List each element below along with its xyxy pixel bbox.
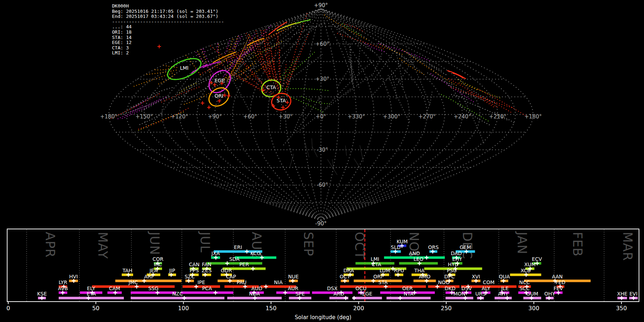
x-axis-title: Solar longitude (deg) bbox=[295, 314, 351, 321]
lon-label: +150° bbox=[135, 113, 153, 120]
peak-marker-IPE bbox=[194, 285, 198, 289]
lon-label: +270° bbox=[418, 113, 436, 120]
shower-label-LUM: LUM bbox=[380, 268, 390, 273]
shower-label-IPE: IPE bbox=[197, 279, 205, 285]
shower-label-ERI: ERI bbox=[234, 244, 242, 250]
shower-label-DRA: DRA bbox=[343, 268, 354, 273]
shower-label-JLE: JLE bbox=[501, 286, 509, 291]
peak-marker-SPE bbox=[298, 296, 302, 300]
shower-label-EGE: EGE bbox=[362, 291, 372, 297]
lon-label: +180° bbox=[525, 113, 542, 120]
shower-bar-ARI bbox=[115, 280, 181, 282]
peak-marker-ORS bbox=[431, 250, 435, 254]
shower-bar-AUR bbox=[276, 292, 310, 294]
peak-marker-ECV bbox=[535, 262, 539, 265]
month-label-APR: APR bbox=[43, 232, 57, 258]
peak-marker-PAU bbox=[243, 285, 247, 289]
shower-label-FAN: FAN bbox=[202, 262, 211, 267]
shower-bar-MON bbox=[445, 297, 473, 299]
peak-marker-LEO bbox=[418, 262, 421, 265]
peak-marker-MON bbox=[463, 296, 467, 300]
shower-label-AND: AND bbox=[409, 250, 420, 256]
shower-label-ZCS: ZCS bbox=[201, 268, 211, 273]
meteor-summary-screen: LMIEGEORICTASTA+180°+150°+120°+90°+60°+3… bbox=[0, 0, 644, 322]
shower-label-ARD: ARD bbox=[333, 291, 344, 297]
radiant-label-LMI: LMI bbox=[180, 65, 189, 71]
peak-marker-ARI bbox=[142, 279, 146, 283]
shower-label-SLD: SLD bbox=[391, 244, 400, 250]
shower-label-CAM: CAM bbox=[109, 286, 120, 291]
peak-marker-NUE bbox=[291, 279, 295, 283]
radiant-label-EGE: EGE bbox=[215, 78, 225, 83]
lat-label: -30° bbox=[317, 147, 328, 153]
peak-marker-ERI bbox=[245, 250, 249, 254]
shower-label-PAU: PAU bbox=[237, 279, 247, 285]
month-label-FEB: FEB bbox=[570, 232, 585, 257]
month-label-MAR: MAR bbox=[620, 232, 635, 261]
shower-label-LEO: LEO bbox=[414, 256, 424, 262]
shower-label-XUM: XUM bbox=[524, 262, 536, 267]
peak-marker-AHY bbox=[505, 296, 509, 300]
shower-label-OCU: OCU bbox=[355, 286, 366, 291]
peak-marker-AMO bbox=[425, 279, 429, 283]
shower-bar-NZC bbox=[131, 297, 224, 299]
x-tick-label: 200 bbox=[353, 305, 364, 312]
shower-label-ALY: ALY bbox=[482, 286, 491, 291]
shower-label-ETA: ETA bbox=[87, 291, 96, 297]
shower-label-KCG: KCG bbox=[250, 250, 261, 256]
peak-marker-CAM bbox=[113, 291, 117, 295]
shower-label-RPU: RPU bbox=[394, 268, 404, 273]
lon-label: +90° bbox=[208, 113, 222, 120]
shower-label-NCC: NCC bbox=[519, 279, 530, 285]
shower-label-AUD: AUD bbox=[252, 286, 263, 291]
peak-marker-XHE bbox=[620, 296, 624, 300]
peak-marker-XVI bbox=[474, 279, 478, 283]
shower-bar-IPE bbox=[182, 286, 220, 288]
peak-marker-PCA bbox=[214, 291, 218, 295]
shower-label-COR: COR bbox=[152, 256, 164, 262]
shower-label-EVI: EVI bbox=[629, 291, 638, 297]
month-label-MAY: MAY bbox=[96, 232, 110, 259]
shower-label-NOO: NOO bbox=[438, 279, 450, 285]
shower-label-FED: FED bbox=[556, 279, 566, 285]
peak-marker-ZCS bbox=[203, 273, 207, 277]
peak-marker-TAH bbox=[126, 273, 130, 277]
lon-label: +180° bbox=[100, 113, 118, 120]
shower-bar-SSG bbox=[131, 292, 176, 294]
peak-marker-CAP bbox=[228, 279, 232, 283]
peak-marker-ARD bbox=[344, 296, 348, 300]
radiant-map-and-activity-plot: LMIEGEORICTASTA+180°+150°+120°+90°+60°+3… bbox=[0, 0, 644, 322]
x-tick-label: 350 bbox=[616, 305, 627, 312]
peak-marker-OHY bbox=[547, 296, 551, 300]
shower-label-CAN: CAN bbox=[189, 262, 200, 267]
peak-marker-SZC bbox=[187, 279, 191, 283]
shower-label-SCC: SCC bbox=[519, 286, 530, 291]
peak-marker-STA bbox=[384, 285, 388, 289]
shower-label-HVI: HVI bbox=[69, 274, 78, 279]
shower-bar-PCA bbox=[181, 292, 233, 294]
shower-label-NDA: NDA bbox=[249, 291, 260, 297]
shower-label-JMC: JMC bbox=[128, 279, 138, 285]
shower-label-OER: OER bbox=[402, 286, 413, 291]
shower-label-SSG: SSG bbox=[148, 286, 158, 291]
pole-label-north: +90° bbox=[314, 2, 328, 9]
lat-label: -60° bbox=[317, 182, 328, 188]
x-tick-label: 100 bbox=[178, 305, 189, 312]
shower-label-ELY: ELY bbox=[87, 286, 96, 291]
peak-marker-PER bbox=[251, 267, 255, 271]
shower-label-THA: THA bbox=[414, 268, 425, 273]
peak-marker-SLD bbox=[394, 250, 397, 254]
shower-label-JXA: JXA bbox=[211, 250, 220, 256]
peak-marker-NDA bbox=[253, 296, 257, 300]
shower-bar-EGE bbox=[352, 297, 382, 299]
lon-label: +300° bbox=[383, 113, 400, 120]
peak-marker-XCB bbox=[524, 273, 528, 277]
shower-bar-STA bbox=[340, 286, 426, 288]
peak-marker-AUR bbox=[283, 291, 287, 295]
shower-label-SZC: SZC bbox=[185, 274, 195, 279]
month-label-JUL: JUL bbox=[198, 231, 212, 253]
peak-marker-NIA bbox=[264, 285, 268, 289]
shower-label-AMO: AMO bbox=[419, 274, 431, 279]
peak-marker-ORI bbox=[371, 279, 375, 283]
peak-marker-QUA bbox=[502, 279, 506, 283]
